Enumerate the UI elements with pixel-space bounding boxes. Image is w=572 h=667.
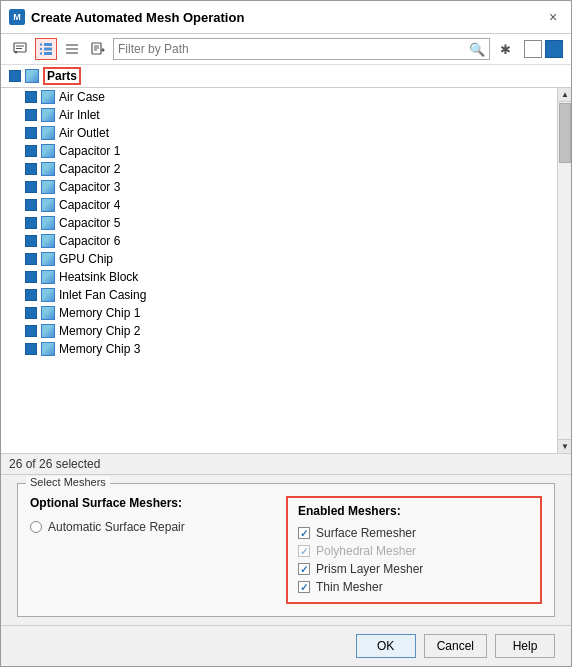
item-checkbox[interactable] bbox=[25, 343, 37, 355]
status-text: 26 of 26 selected bbox=[9, 457, 100, 471]
item-label: Air Outlet bbox=[59, 126, 109, 140]
close-button[interactable]: × bbox=[543, 7, 563, 27]
help-button[interactable]: Help bbox=[495, 634, 555, 658]
list-item[interactable]: Air Inlet bbox=[1, 106, 571, 124]
item-icon bbox=[41, 126, 55, 140]
svg-rect-3 bbox=[44, 43, 52, 46]
check-label: Surface Remesher bbox=[316, 526, 416, 540]
item-checkbox[interactable] bbox=[25, 145, 37, 157]
item-checkbox[interactable] bbox=[25, 163, 37, 175]
check-item[interactable]: Surface Remesher bbox=[298, 524, 530, 542]
checkbox-thin-mesher[interactable] bbox=[298, 581, 310, 593]
list-item[interactable]: Air Outlet bbox=[1, 124, 571, 142]
item-label: Capacitor 3 bbox=[59, 180, 120, 194]
checkbox-surface-remesher[interactable] bbox=[298, 527, 310, 539]
view-toggle-1[interactable] bbox=[524, 40, 542, 58]
parts-header: Parts bbox=[1, 65, 571, 88]
list-item[interactable]: Capacitor 5 bbox=[1, 214, 571, 232]
item-icon bbox=[41, 324, 55, 338]
checkbox-prism-layer-mesher[interactable] bbox=[298, 563, 310, 575]
checkbox-polyhedral-mesher[interactable] bbox=[298, 545, 310, 557]
list-item[interactable]: Capacitor 6 bbox=[1, 232, 571, 250]
svg-point-6 bbox=[40, 43, 42, 45]
list-item[interactable]: Memory Chip 1 bbox=[1, 304, 571, 322]
check-item[interactable]: Polyhedral Mesher bbox=[298, 542, 530, 560]
scrollbar-thumb[interactable] bbox=[559, 103, 571, 163]
export-button[interactable] bbox=[87, 38, 109, 60]
cancel-button[interactable]: Cancel bbox=[424, 634, 487, 658]
enabled-meshers: Enabled Meshers: Surface Remesher Polyhe… bbox=[286, 496, 542, 604]
search-container: 🔍 bbox=[113, 38, 490, 60]
item-icon bbox=[41, 306, 55, 320]
item-icon bbox=[41, 198, 55, 212]
radio-button[interactable] bbox=[30, 521, 42, 533]
main-window: M Create Automated Mesh Operation × bbox=[0, 0, 572, 667]
check-item[interactable]: Prism Layer Mesher bbox=[298, 560, 530, 578]
check-item[interactable]: Thin Mesher bbox=[298, 578, 530, 596]
item-checkbox[interactable] bbox=[25, 289, 37, 301]
scroll-down-arrow[interactable]: ▼ bbox=[558, 439, 571, 453]
scroll-up-arrow[interactable]: ▲ bbox=[558, 88, 571, 102]
check-label: Thin Mesher bbox=[316, 580, 383, 594]
tree-view-button[interactable] bbox=[35, 38, 57, 60]
item-icon bbox=[41, 162, 55, 176]
list-item[interactable]: Air Case bbox=[1, 88, 571, 106]
svg-point-7 bbox=[40, 48, 42, 50]
svg-rect-5 bbox=[44, 52, 52, 55]
parts-cube-icon bbox=[25, 69, 39, 83]
list-item[interactable]: GPU Chip bbox=[1, 250, 571, 268]
scrollbar-track[interactable]: ▲ ▼ bbox=[557, 88, 571, 453]
list-item[interactable]: Capacitor 4 bbox=[1, 196, 571, 214]
meshers-group: Select Meshers Optional Surface Meshers:… bbox=[17, 483, 555, 617]
title-bar: M Create Automated Mesh Operation × bbox=[1, 1, 571, 34]
item-checkbox[interactable] bbox=[25, 235, 37, 247]
status-bar: 26 of 26 selected bbox=[1, 454, 571, 475]
item-checkbox[interactable] bbox=[25, 91, 37, 103]
list-item[interactable]: Capacitor 2 bbox=[1, 160, 571, 178]
search-icon: 🔍 bbox=[469, 42, 485, 57]
item-checkbox[interactable] bbox=[25, 307, 37, 319]
list-item[interactable]: Capacitor 3 bbox=[1, 178, 571, 196]
list-item[interactable]: Memory Chip 3 bbox=[1, 340, 571, 358]
item-checkbox[interactable] bbox=[25, 199, 37, 211]
list-item[interactable]: Heatsink Block bbox=[1, 268, 571, 286]
item-checkbox[interactable] bbox=[25, 109, 37, 121]
item-icon bbox=[41, 342, 55, 356]
item-icon bbox=[41, 234, 55, 248]
toolbar: 🔍 ✱ bbox=[1, 34, 571, 65]
radio-label: Automatic Surface Repair bbox=[48, 520, 185, 534]
select-meshers-section: Select Meshers Optional Surface Meshers:… bbox=[1, 475, 571, 625]
svg-rect-4 bbox=[44, 48, 52, 51]
radio-item[interactable]: Automatic Surface Repair bbox=[30, 518, 262, 536]
item-checkbox[interactable] bbox=[25, 181, 37, 193]
item-icon bbox=[41, 180, 55, 194]
item-checkbox[interactable] bbox=[25, 325, 37, 337]
item-label: Capacitor 2 bbox=[59, 162, 120, 176]
item-label: Inlet Fan Casing bbox=[59, 288, 146, 302]
item-icon bbox=[41, 288, 55, 302]
item-label: Memory Chip 2 bbox=[59, 324, 140, 338]
search-input[interactable] bbox=[118, 42, 465, 56]
parts-checkbox[interactable] bbox=[9, 70, 21, 82]
view-toggle-2[interactable] bbox=[545, 40, 563, 58]
ok-button[interactable]: OK bbox=[356, 634, 416, 658]
item-icon bbox=[41, 144, 55, 158]
item-checkbox[interactable] bbox=[25, 253, 37, 265]
parts-label: Parts bbox=[43, 67, 81, 85]
item-checkbox[interactable] bbox=[25, 271, 37, 283]
list-item[interactable]: Inlet Fan Casing bbox=[1, 286, 571, 304]
item-icon bbox=[41, 108, 55, 122]
list-view-button[interactable] bbox=[61, 38, 83, 60]
item-label: Capacitor 1 bbox=[59, 144, 120, 158]
item-icon bbox=[41, 90, 55, 104]
item-label: GPU Chip bbox=[59, 252, 113, 266]
parts-list[interactable]: Air Case Air Inlet Air Outlet Capacitor … bbox=[1, 88, 571, 454]
list-item[interactable]: Capacitor 1 bbox=[1, 142, 571, 160]
list-item[interactable]: Memory Chip 2 bbox=[1, 322, 571, 340]
item-checkbox[interactable] bbox=[25, 127, 37, 139]
item-checkbox[interactable] bbox=[25, 217, 37, 229]
item-label: Capacitor 6 bbox=[59, 234, 120, 248]
asterisk-button[interactable]: ✱ bbox=[494, 38, 516, 60]
item-label: Memory Chip 3 bbox=[59, 342, 140, 356]
comment-button[interactable] bbox=[9, 38, 31, 60]
